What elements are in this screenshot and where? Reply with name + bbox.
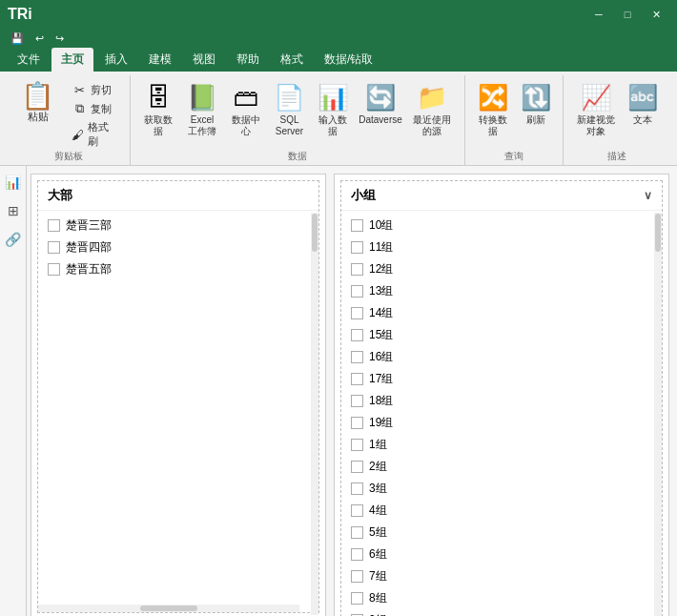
clipboard-items: 📋 粘贴 ✂ 剪切 ⧉ 复制 🖌 格式刷 [15,79,122,150]
xiaozu-item-8[interactable]: 18组 [347,390,656,412]
tab-insert[interactable]: 插入 [95,48,137,72]
xiaozu-checkbox-1[interactable] [351,241,363,254]
sidebar-icon-table[interactable]: ⊞ [3,200,24,221]
tab-model[interactable]: 建模 [139,48,181,72]
xiaozu-item-9[interactable]: 19组 [347,412,656,434]
query-items: 🔀 转换数据 🔃 刷新 [473,79,555,150]
xiaozu-item-16[interactable]: 7组 [347,565,656,587]
undo-quick-btn[interactable]: ↩ [32,31,47,46]
xiaozu-item-4[interactable]: 14组 [347,302,656,324]
xiaozu-label-0: 10组 [369,217,393,234]
save-quick-btn[interactable]: 💾 [8,31,27,46]
xiaozu-item-0[interactable]: 10组 [347,215,656,236]
paste-button[interactable]: 📋 粘贴 [15,79,60,128]
xiaozu-item-15[interactable]: 6组 [347,544,656,565]
redo-quick-btn[interactable]: ↪ [52,31,67,46]
xiaozu-checkbox-17[interactable] [351,592,363,605]
xiaozu-checkbox-8[interactable] [351,395,363,407]
sidebar-icon-chart[interactable]: 📊 [3,172,24,193]
minimize-button[interactable]: ─ [585,5,612,24]
xiaozu-item-3[interactable]: 13组 [347,280,656,302]
xiaozu-checkbox-7[interactable] [351,373,363,385]
format-brush-icon: 🖌 [72,127,84,142]
copy-button[interactable]: ⧉ 复制 [68,100,118,117]
xiaozu-item-7[interactable]: 17组 [347,368,656,390]
xiaozu-checkbox-0[interactable] [351,219,363,232]
xiaozu-checkbox-4[interactable] [351,307,363,319]
ribbon-tabs: 文件 主页 插入 建模 视图 帮助 格式 数据/钻取 [0,48,677,72]
tab-datadrilldown[interactable]: 数据/钻取 [315,48,382,72]
tab-format[interactable]: 格式 [271,48,313,72]
xiaozu-checkbox-9[interactable] [351,417,363,429]
xiaozu-checkbox-3[interactable] [351,285,363,298]
xiaozu-checkbox-2[interactable] [351,263,363,276]
xiaozu-item-12[interactable]: 3组 [347,478,656,500]
xiaozu-label-11: 2组 [369,459,387,475]
xiaozu-checkbox-15[interactable] [351,548,363,561]
dataverse-button[interactable]: 🔄 Dataverse [358,79,403,129]
xiaozu-item-5[interactable]: 15组 [347,324,656,346]
tab-file[interactable]: 文件 [8,48,50,72]
input-data-label: 输入数据 [316,114,349,137]
sidebar-icon-model[interactable]: 🔗 [3,229,24,250]
xiaozu-checkbox-13[interactable] [351,504,363,517]
xiaozu-checkbox-11[interactable] [351,461,363,473]
xiaozu-item-17[interactable]: 8组 [347,587,656,609]
xiaozu-checkbox-10[interactable] [351,439,363,451]
xiaozu-collapse-icon[interactable]: ∨ [644,189,652,202]
dabu-checkbox-0[interactable] [48,219,60,232]
transform-button[interactable]: 🔀 转换数据 [473,79,513,140]
dataverse-icon: 🔄 [365,82,396,113]
xiaozu-item-13[interactable]: 4组 [347,500,656,522]
refresh-label: 刷新 [526,114,545,126]
xiaozu-label-1: 11组 [369,239,393,256]
close-button[interactable]: ✕ [643,5,669,24]
xiaozu-checkbox-6[interactable] [351,351,363,363]
xiaozu-item-2[interactable]: 12组 [347,258,656,280]
dabu-item-1[interactable]: 楚晋四部 [44,236,313,258]
xiaozu-label-8: 18组 [369,393,393,409]
ribbon: 📋 粘贴 ✂ 剪切 ⧉ 复制 🖌 格式刷 剪贴板 [0,72,677,166]
dabu-hscrollbar[interactable] [38,605,299,612]
xiaozu-item-18[interactable]: 9组 [347,609,656,616]
tab-home[interactable]: 主页 [51,48,93,72]
tab-view[interactable]: 视图 [183,48,225,72]
xiaozu-checkbox-12[interactable] [351,483,363,495]
xiaozu-item-1[interactable]: 11组 [347,236,656,258]
dabu-scrollbar[interactable] [311,213,318,615]
dabu-checkbox-2[interactable] [48,263,60,276]
xiaozu-checkbox-5[interactable] [351,329,363,341]
get-data-button[interactable]: 🗄 获取数据 [138,79,179,140]
app-title: TRi [8,6,32,23]
xiaozu-body[interactable]: 10组 11组 12组 13组 [341,211,662,616]
calc-items: 📈 新建视觉对象 🔤 文本 [571,79,662,150]
xiaozu-scrollbar[interactable] [654,213,662,616]
datacentre-button[interactable]: 🗃 数据中心 [225,79,266,140]
textbox-icon: 🔤 [627,82,658,113]
excel-button[interactable]: 📗 Excel工作簿 [183,79,221,140]
dabu-body[interactable]: 楚晋三部 楚晋四部 楚晋五部 [38,211,318,605]
xiaozu-checkbox-16[interactable] [351,570,363,583]
input-data-button[interactable]: 📊 输入数据 [312,79,353,140]
recent-button[interactable]: 📁 最近使用的源 [407,79,457,140]
sql-button[interactable]: 📄 SQLServer [270,79,308,140]
xiaozu-label-6: 16组 [369,349,393,365]
new-visual-label: 新建视觉对象 [575,114,616,137]
xiaozu-item-10[interactable]: 1组 [347,434,656,456]
restore-button[interactable]: □ [614,5,641,24]
format-brush-button[interactable]: 🖌 格式刷 [68,119,118,150]
xiaozu-item-11[interactable]: 2组 [347,456,656,478]
xiaozu-label-15: 6组 [369,546,387,563]
quick-access-toolbar: 💾 ↩ ↪ [0,29,677,48]
dabu-item-2[interactable]: 楚晋五部 [44,258,313,280]
xiaozu-item-6[interactable]: 16组 [347,346,656,368]
new-visual-button[interactable]: 📈 新建视觉对象 [571,79,620,140]
xiaozu-checkbox-14[interactable] [351,526,363,539]
textbox-button[interactable]: 🔤 文本 [624,79,662,129]
dabu-checkbox-1[interactable] [48,241,60,254]
tab-help[interactable]: 帮助 [227,48,269,72]
refresh-button[interactable]: 🔃 刷新 [517,79,555,129]
dabu-item-0[interactable]: 楚晋三部 [44,215,313,236]
cut-button[interactable]: ✂ 剪切 [68,81,118,98]
xiaozu-item-14[interactable]: 5组 [347,522,656,544]
